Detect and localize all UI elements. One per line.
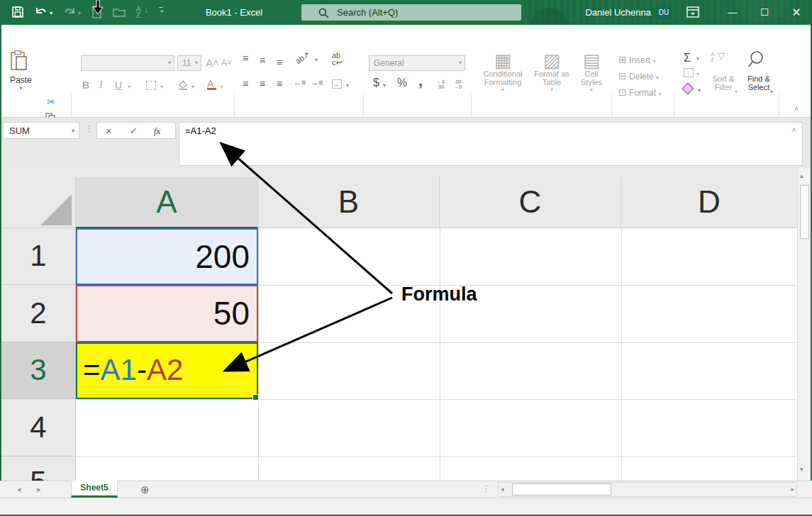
- cell-a3[interactable]: =A1-A2: [76, 342, 258, 399]
- clear-icon[interactable]: [682, 83, 694, 95]
- cut-icon[interactable]: ✂: [47, 96, 56, 108]
- center-icon[interactable]: ≡: [260, 78, 265, 89]
- row-header-4[interactable]: 4: [1, 399, 76, 456]
- open-folder-icon: [112, 6, 126, 20]
- row-header-5[interactable]: 5: [1, 456, 76, 481]
- comma-format-icon[interactable]: ,: [418, 72, 423, 90]
- sheet-nav-left-icon[interactable]: ◂: [17, 485, 21, 494]
- name-box-value: SUM: [9, 125, 30, 136]
- number-format-value: General: [374, 58, 404, 68]
- fill-handle[interactable]: [252, 394, 259, 400]
- italic-button: I: [99, 79, 103, 91]
- vertical-scrollbar-thumb[interactable]: [800, 185, 809, 239]
- vertical-scrollbar[interactable]: ▴ ▾: [797, 168, 811, 481]
- find-select-dropdown-icon[interactable]: ▾: [770, 89, 773, 95]
- user-name[interactable]: Daniel Uchenna: [567, 0, 651, 25]
- avatar[interactable]: DU: [656, 5, 672, 21]
- formula-bar-buttons: × ✓ fx: [96, 122, 176, 139]
- name-box[interactable]: SUM ▾: [3, 122, 79, 139]
- top-align-icon[interactable]: ≡: [243, 52, 248, 64]
- formula-input[interactable]: =A1-A2 ˄: [179, 122, 803, 166]
- increase-decimal-icon[interactable]: ←0.00: [437, 79, 445, 89]
- merge-center-icon[interactable]: ↔: [332, 79, 342, 89]
- align-right-icon[interactable]: ≡: [277, 78, 282, 89]
- sheet-nav-right-icon[interactable]: ▸: [37, 485, 41, 494]
- increase-indent-icon[interactable]: →≡: [311, 78, 323, 86]
- format-cells-icon: ⊡: [618, 86, 627, 98]
- scroll-down-icon[interactable]: ▾: [800, 466, 803, 473]
- collapse-ribbon-icon[interactable]: ˄: [794, 104, 799, 113]
- expand-formula-bar-icon[interactable]: ˄: [792, 125, 796, 134]
- mouse-cursor: [92, 0, 104, 18]
- sheet-tab-bar: ◂ ▸ ⋮ ◂ ▸: [0, 481, 812, 498]
- bottom-align-icon[interactable]: ≡: [277, 57, 282, 68]
- merge-center-dropdown-icon[interactable]: ▾: [346, 82, 349, 89]
- cell-styles-button: ▤ Cell Styles ▾: [574, 51, 608, 93]
- window-edge-left: [0, 25, 1, 515]
- decrease-decimal-icon[interactable]: .00→0: [454, 79, 462, 89]
- window-title: Book1 - Excel: [170, 0, 298, 25]
- column-header-b[interactable]: B: [258, 177, 440, 228]
- grid-area: A B C D 1 2 3 4 5 200 50 =A1-A2 ▴ ▾: [0, 168, 812, 481]
- cell-a2[interactable]: 50: [76, 285, 258, 342]
- align-left-icon[interactable]: ≡: [243, 78, 248, 89]
- minimize-button[interactable]: —: [718, 0, 747, 25]
- title-bar: ▾ ▾ AZ↓ ⌄− Book1 - Excel Search (Alt+Q) …: [0, 0, 812, 25]
- number-format-combo: General▾: [369, 55, 465, 71]
- sort-filter-icon: AZ▽: [711, 52, 714, 63]
- column-header-a[interactable]: A: [76, 177, 258, 228]
- decrease-indent-icon[interactable]: ←≡: [294, 78, 306, 86]
- save-icon[interactable]: [11, 6, 26, 20]
- horizontal-scrollbar[interactable]: ◂ ▸: [498, 482, 797, 497]
- font-name-combo: ▾: [81, 55, 174, 71]
- horizontal-scrollbar-thumb[interactable]: [512, 483, 611, 495]
- name-box-dropdown-icon[interactable]: ▾: [72, 128, 74, 134]
- ribbon-display-options-icon[interactable]: [686, 6, 699, 21]
- cell-a1[interactable]: 200: [76, 228, 258, 285]
- wrap-text-icon[interactable]: abc↩: [332, 52, 343, 66]
- select-all-corner[interactable]: [1, 177, 76, 228]
- qat-customize-icon[interactable]: ⌄−: [159, 6, 165, 21]
- maximize-button[interactable]: ☐: [750, 0, 779, 25]
- scroll-left-icon[interactable]: ◂: [501, 486, 504, 493]
- ribbon-tab-row: File Home Insert Page Layout Formulas Da…: [0, 25, 812, 45]
- formula-equals: =: [83, 353, 101, 386]
- cell-styles-label: Cell Styles: [574, 69, 608, 86]
- formula-minus: -: [137, 353, 147, 386]
- orientation-icon[interactable]: ab↗: [294, 50, 311, 66]
- scroll-right-icon[interactable]: ▸: [791, 486, 794, 493]
- column-header-d[interactable]: D: [621, 177, 797, 228]
- currency-format-icon[interactable]: $: [373, 77, 379, 89]
- percent-format-icon[interactable]: %: [397, 77, 407, 89]
- autosum-icon[interactable]: Σ: [684, 52, 691, 64]
- status-bar: Enter Workbook Statistics Accessibility:…: [0, 498, 812, 515]
- underline-dropdown-icon: ▾: [128, 84, 130, 90]
- row-header-1[interactable]: 1: [1, 228, 76, 285]
- cancel-icon[interactable]: ×: [106, 125, 112, 137]
- autosum-dropdown-icon[interactable]: ▾: [696, 55, 699, 62]
- format-as-table-label: Format as Table: [532, 69, 572, 86]
- undo-icon[interactable]: [34, 6, 48, 20]
- close-button[interactable]: ✕: [782, 0, 811, 25]
- search-box[interactable]: Search (Alt+Q): [301, 4, 521, 21]
- find-select-icon[interactable]: [747, 50, 764, 72]
- font-color-dropdown-icon: ▾: [220, 84, 223, 90]
- clear-dropdown-icon[interactable]: ▾: [698, 87, 701, 94]
- middle-align-icon[interactable]: ≡: [260, 55, 265, 66]
- insert-cells-icon: ⊞: [618, 54, 627, 65]
- undo-dropdown-icon[interactable]: ▾: [50, 10, 52, 16]
- column-header-c[interactable]: C: [440, 177, 621, 228]
- scroll-up-icon[interactable]: ▴: [800, 172, 803, 179]
- new-sheet-icon[interactable]: ⊕: [140, 483, 150, 496]
- orientation-dropdown-icon[interactable]: ▾: [315, 57, 318, 63]
- currency-dropdown-icon[interactable]: ▾: [383, 82, 386, 89]
- formula-bar-row: SUM ▾ ⋮ × ✓ fx =A1-A2 ˄: [0, 118, 812, 168]
- enter-icon[interactable]: ✓: [130, 125, 138, 136]
- paste-button[interactable]: Paste ▾: [10, 50, 32, 91]
- insert-function-icon[interactable]: fx: [154, 125, 160, 137]
- search-placeholder: Search (Alt+Q): [337, 4, 398, 21]
- row-header-3[interactable]: 3: [1, 342, 76, 399]
- redo-dropdown-icon: ▾: [78, 10, 81, 16]
- sheet-tab-sheet5[interactable]: Sheet5: [71, 481, 118, 498]
- row-header-2[interactable]: 2: [1, 285, 76, 342]
